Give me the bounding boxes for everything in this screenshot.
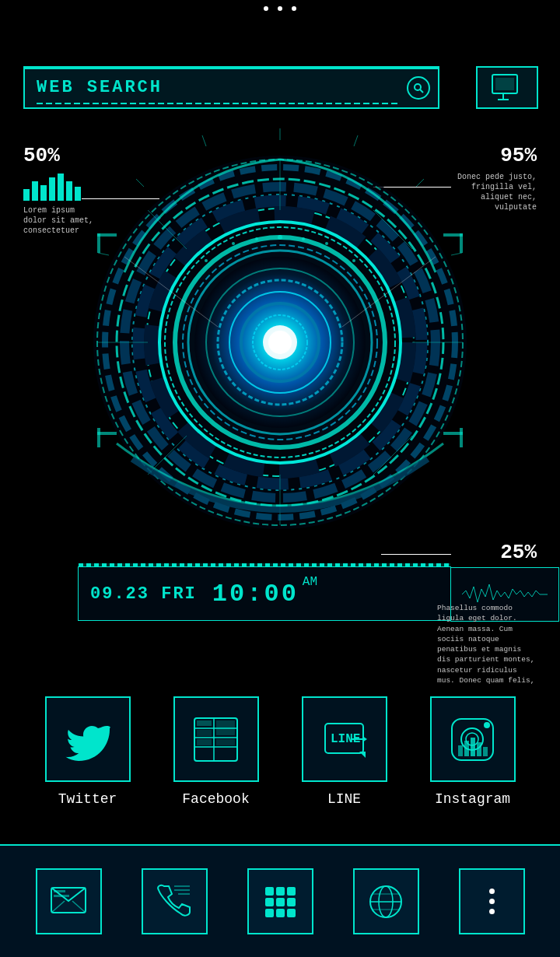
twitter-label: Twitter [58, 791, 117, 807]
dock-browser[interactable] [353, 868, 419, 934]
dock-app-grid[interactable] [247, 868, 313, 934]
svg-rect-66 [197, 720, 212, 726]
bar-1 [23, 189, 30, 201]
web-search-bar[interactable]: WEB SEARCH [23, 66, 439, 109]
svg-line-89 [72, 901, 86, 913]
status-dot [264, 6, 268, 11]
app-icon-instagram[interactable]: Instagram [430, 696, 516, 807]
svg-rect-95 [287, 887, 296, 896]
status-dot [278, 6, 282, 11]
svg-line-50 [136, 179, 144, 187]
svg-rect-100 [276, 909, 285, 917]
dot-3 [489, 909, 495, 914]
hud-circle [86, 117, 474, 568]
svg-line-88 [51, 901, 65, 913]
app-icon-facebook[interactable]: Facebook [173, 696, 259, 807]
svg-rect-85 [51, 888, 86, 913]
more-dots [489, 889, 495, 914]
bar-4 [49, 177, 55, 201]
dock-phone[interactable] [142, 868, 208, 934]
svg-point-84 [484, 722, 490, 728]
svg-point-56 [232, 242, 235, 245]
svg-point-0 [415, 84, 421, 90]
app-icon-line[interactable]: LINE LINE [302, 696, 387, 807]
svg-line-49 [202, 135, 206, 146]
svg-rect-94 [276, 887, 285, 896]
svg-rect-70 [216, 739, 235, 745]
datetime-time: 10:00 [212, 580, 299, 608]
search-label: WEB SEARCH [37, 78, 163, 97]
bar-7 [75, 187, 81, 201]
svg-rect-99 [265, 909, 274, 917]
bar-3 [40, 185, 47, 201]
svg-marker-75 [362, 736, 367, 742]
svg-line-1 [420, 89, 423, 93]
svg-rect-80 [464, 741, 469, 756]
svg-rect-101 [287, 909, 296, 917]
svg-line-46 [354, 135, 358, 146]
datetime-widget: 09.23 FRI 10:00 AM [78, 566, 451, 621]
svg-rect-83 [483, 747, 488, 756]
svg-point-103 [379, 886, 393, 917]
svg-rect-82 [477, 742, 481, 756]
search-icon [407, 76, 430, 100]
svg-point-53 [302, 237, 305, 240]
dock-more[interactable] [459, 868, 525, 934]
bottom-dock [0, 844, 560, 957]
svg-point-55 [255, 237, 258, 240]
datetime-date: 09.23 FRI [90, 584, 197, 604]
svg-rect-40 [460, 233, 463, 253]
svg-marker-73 [359, 752, 366, 758]
monitor-icon[interactable] [476, 66, 538, 109]
svg-rect-87 [54, 895, 69, 897]
dot-2 [489, 899, 495, 904]
twitter-icon-box[interactable] [45, 696, 131, 782]
svg-rect-5 [495, 78, 514, 90]
status-bar [264, 6, 296, 11]
svg-point-54 [325, 242, 328, 245]
svg-rect-38 [97, 233, 100, 253]
datetime-top-decoration [79, 563, 450, 566]
datetime-ampm: AM [303, 575, 317, 589]
facebook-label: Facebook [182, 791, 249, 807]
svg-rect-93 [265, 887, 274, 896]
svg-line-48 [451, 253, 462, 255]
svg-rect-67 [216, 720, 235, 735]
line-label: LINE [327, 791, 361, 807]
bar-6 [66, 181, 72, 201]
svg-rect-86 [54, 890, 65, 892]
svg-rect-42 [97, 428, 100, 447]
svg-rect-81 [471, 738, 475, 756]
svg-rect-68 [197, 730, 212, 736]
svg-rect-98 [287, 898, 296, 906]
svg-line-47 [416, 179, 424, 187]
status-dot [292, 6, 296, 11]
svg-point-28 [268, 331, 292, 354]
svg-point-102 [370, 886, 401, 917]
stat-bottom-percent: 25% [500, 541, 537, 564]
svg-rect-69 [197, 739, 212, 745]
facebook-icon-box[interactable] [173, 696, 259, 782]
hud-svg [86, 117, 474, 568]
instagram-icon-box[interactable] [430, 696, 516, 782]
svg-point-58 [352, 259, 355, 262]
search-decoration [37, 103, 399, 104]
app-icon-twitter[interactable]: Twitter [45, 696, 131, 807]
svg-point-57 [205, 259, 208, 262]
line-icon-box[interactable]: LINE [302, 696, 387, 782]
dot-1 [489, 889, 495, 894]
bar-5 [58, 174, 64, 201]
stat-bottom-right: 25% [500, 541, 537, 564]
app-icons-section: Twitter Facebook [0, 681, 560, 822]
dock-messages[interactable] [36, 868, 102, 934]
instagram-label: Instagram [435, 791, 510, 807]
svg-rect-79 [458, 745, 463, 756]
svg-point-52 [278, 235, 282, 240]
svg-rect-97 [276, 898, 285, 906]
svg-line-51 [98, 253, 109, 255]
svg-rect-96 [265, 898, 274, 906]
right-text-block: Phasellus commodo ligula eget dolor. Aen… [437, 603, 538, 685]
svg-rect-44 [460, 428, 463, 447]
bar-2 [32, 181, 38, 201]
